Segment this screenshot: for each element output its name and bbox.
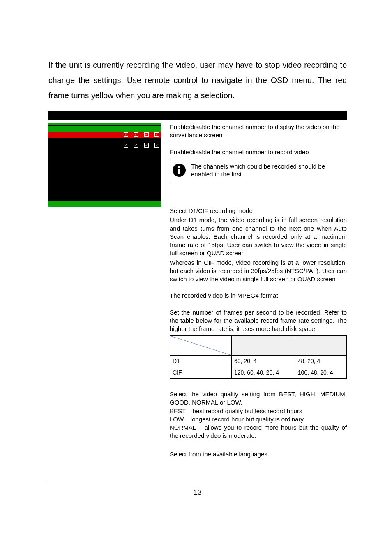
osd-screenshot [48,123,161,207]
page-number: 13 [48,488,347,497]
record-mode-p2: Whereas in CIF mode, video recording is … [170,259,347,284]
checkbox-icon [134,143,138,148]
svg-line-3 [170,336,231,355]
table-cell: 60, 20, 4 [232,356,295,367]
footer-separator [48,481,347,481]
video-quality-p1: Select the video quality setting from BE… [170,390,347,407]
table-cell: 100, 48, 20, 4 [295,367,346,379]
intro-paragraph: If the unit is currently recording the v… [48,58,347,103]
black-header-bar [48,111,347,120]
checkbox-icon [124,132,128,137]
checkbox-icon [154,132,159,137]
checkbox-icon [144,132,149,137]
info-text-tail: first. [231,171,243,178]
checkbox-icon [134,132,138,137]
language-desc: Select from the available languages [170,450,347,458]
osd-body [48,138,161,201]
table-header-ntsc [232,336,295,356]
table-cell: D1 [170,356,232,367]
table-cell: 120, 60, 40, 20, 4 [232,367,295,379]
table-row: D1 60, 20, 4 48, 20, 4 [170,356,347,367]
separator [170,159,347,159]
video-format-desc: The recorded video is in MPEG4 format [170,291,347,300]
camera-select-desc: Enable/disable the channel number to dis… [170,123,347,140]
svg-point-1 [178,166,180,168]
video-quality-p4: NORMAL – allows you to record more hours… [170,423,347,440]
table-cell: 48, 20, 4 [295,356,346,367]
checkbox-icon [154,143,159,148]
checkbox-icon [144,143,149,148]
info-icon [172,163,186,177]
table-cell: CIF [170,367,232,379]
table-diagonal-header [170,336,232,356]
info-text-main: The channels which could be recorded sho… [191,163,325,178]
osd-selected-row [48,132,161,138]
record-mode-head: Select D1/CIF recording mode [170,207,347,215]
svg-rect-2 [178,169,180,174]
frame-rate-desc: Set the number of frames per second to b… [170,308,347,333]
table-header-pal [295,336,346,356]
table-row: CIF 120, 60, 40, 20, 4 100, 48, 20, 4 [170,367,347,379]
frame-rate-table: D1 60, 20, 4 48, 20, 4 CIF 120, 60, 40, … [170,335,347,379]
record-mode-p1: Under D1 mode, the video recording is in… [170,216,347,257]
record-select-desc: Enable/disable the channel number to rec… [170,148,347,156]
checkbox-icon [124,143,128,148]
video-quality-p2: BEST – best record quality but less reco… [170,407,347,415]
video-quality-p3: LOW – longest record hour but quality is… [170,415,347,423]
info-callout: The channels which could be recorded sho… [170,162,347,182]
